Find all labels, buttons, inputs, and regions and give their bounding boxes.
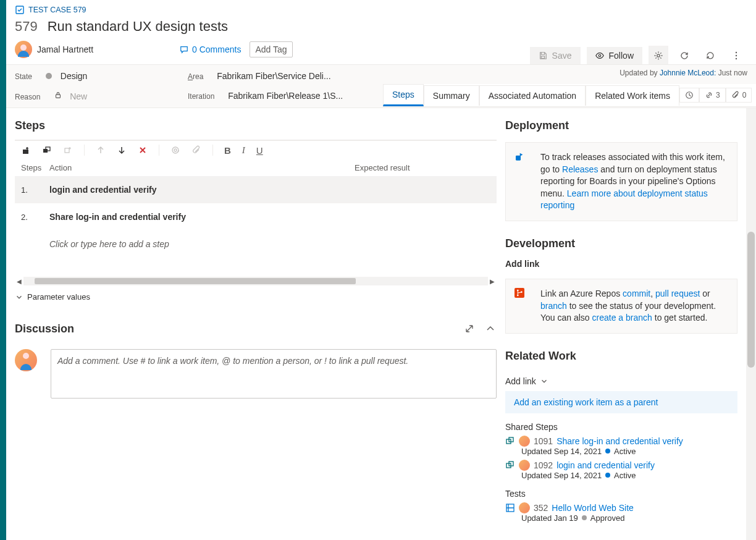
mini-avatar: [519, 436, 530, 447]
step-action[interactable]: Share log-in and credential verify: [49, 212, 355, 222]
history-badge[interactable]: [679, 88, 699, 103]
collapse-button[interactable]: [484, 323, 497, 337]
link-icon: [705, 91, 713, 99]
related-item[interactable]: 1092 login and credential verify Updated…: [505, 460, 737, 480]
deployment-info: To track releases associated with this w…: [505, 142, 737, 221]
comments-link[interactable]: 0 Comments: [180, 44, 241, 54]
underline-button[interactable]: U: [256, 145, 263, 156]
chevron-down-icon: [15, 293, 23, 302]
add-parent-link[interactable]: Add an existing work item as a parent: [514, 397, 658, 407]
steps-header: Steps Action Expected result: [15, 159, 497, 176]
tab-summary[interactable]: Summary: [424, 85, 479, 106]
svg-rect-0: [16, 6, 23, 14]
status-dot: [605, 449, 610, 454]
area-field[interactable]: Area Fabrikam Fiber\Service Deli...: [188, 71, 385, 81]
svg-point-2: [598, 54, 601, 57]
discussion-title: Discussion: [15, 323, 463, 335]
breadcrumb[interactable]: TEST CASE 579: [15, 5, 747, 15]
work-item-id: 579: [15, 19, 38, 35]
related-item-link[interactable]: Share log-in and credential verify: [556, 436, 683, 446]
create-branch-link[interactable]: create a branch: [592, 313, 652, 323]
work-item-title[interactable]: Run standard UX design tests: [48, 19, 228, 35]
related-item-link[interactable]: login and credential verify: [556, 460, 655, 470]
updated-by: Updated by Johnnie McLeod: Just now: [620, 69, 747, 77]
shared-step-icon: [505, 460, 515, 470]
follow-button[interactable]: Follow: [587, 47, 642, 64]
add-step-row[interactable]: Click or type here to add a step: [15, 230, 497, 258]
related-item-link[interactable]: Hello World Web Site: [552, 503, 634, 513]
development-add-link[interactable]: Add link: [505, 259, 737, 269]
add-tag-button[interactable]: Add Tag: [250, 41, 292, 57]
owner-avatar[interactable]: [15, 41, 32, 58]
state-field[interactable]: State Design: [15, 71, 188, 81]
comment-input[interactable]: Add a comment. Use # to link a work item…: [51, 349, 497, 399]
updated-by-name[interactable]: Johnnie McLeod:: [660, 69, 716, 77]
save-icon: [539, 51, 547, 60]
owner-name[interactable]: Jamal Hartnett: [37, 44, 93, 54]
steps-title: Steps: [15, 119, 497, 132]
svg-rect-12: [65, 148, 69, 153]
settings-button[interactable]: [649, 46, 668, 65]
paperclip-icon: [191, 145, 201, 155]
chevron-down-icon: [540, 377, 548, 386]
parameter-values-toggle[interactable]: Parameter values: [15, 292, 497, 302]
eye-icon: [595, 51, 604, 60]
svg-point-17: [517, 290, 519, 292]
step-action[interactable]: login and credential verify: [49, 185, 355, 195]
step-row[interactable]: 2. Share log-in and credential verify: [15, 203, 497, 230]
add-parent-bar[interactable]: Add an existing work item as a parent: [505, 391, 737, 413]
test-case-icon: [15, 5, 25, 15]
development-info: Link an Azure Repos commit, pull request…: [505, 279, 737, 334]
italic-button[interactable]: I: [242, 145, 245, 156]
svg-rect-9: [23, 150, 28, 154]
tabs: Steps Summary Associated Automation Rela…: [383, 84, 756, 107]
related-item[interactable]: 352 Hello World Web Site Updated Jan 19 …: [505, 502, 737, 523]
tab-automation[interactable]: Associated Automation: [479, 85, 586, 106]
svg-point-5: [736, 55, 737, 56]
branch-link[interactable]: branch: [540, 301, 567, 311]
comment-icon: [180, 45, 188, 54]
links-badge[interactable]: 3: [699, 88, 726, 103]
reason-field[interactable]: Reason New: [15, 91, 188, 101]
svg-rect-1: [541, 56, 544, 59]
add-link-dropdown[interactable]: Add link: [505, 376, 548, 386]
status-dot: [582, 515, 587, 520]
save-button[interactable]: Save: [530, 47, 581, 64]
save-label: Save: [552, 51, 572, 61]
svg-point-18: [517, 295, 519, 297]
move-down-button[interactable]: [117, 145, 127, 155]
steps-scrollbar[interactable]: ◀ ▶: [15, 276, 497, 286]
related-item[interactable]: 1091 Share log-in and credential verify …: [505, 436, 737, 456]
tab-related[interactable]: Related Work items: [586, 85, 679, 106]
tab-steps[interactable]: Steps: [383, 84, 424, 106]
more-actions-button[interactable]: [726, 46, 746, 65]
commit-link[interactable]: commit: [623, 289, 650, 298]
svg-point-4: [736, 52, 737, 53]
delete-x-icon: [138, 145, 148, 155]
step-row[interactable]: 1. login and credential verify: [15, 176, 497, 203]
state-dot: [46, 73, 52, 79]
insert-shared-step-button[interactable]: [42, 145, 52, 155]
undo-icon: [705, 51, 715, 61]
status-dot: [605, 473, 610, 478]
attachments-badge[interactable]: 0: [726, 88, 752, 103]
steps-toolbar: B I U: [15, 140, 497, 159]
undo-button[interactable]: [700, 46, 720, 65]
releases-link[interactable]: Releases: [562, 164, 598, 174]
iteration-field[interactable]: Iteration Fabrikam Fiber\Release 1\S...: [188, 91, 385, 101]
expand-button[interactable]: [463, 323, 476, 337]
insert-step-button[interactable]: [21, 145, 31, 155]
chevron-up-icon: [484, 323, 497, 335]
test-plan-icon: [505, 503, 515, 513]
refresh-button[interactable]: [674, 46, 694, 65]
shared-steps-header: Shared Steps: [505, 422, 737, 432]
kebab-icon: [731, 51, 741, 61]
deployment-icon: [514, 151, 532, 169]
bold-button[interactable]: B: [224, 145, 231, 156]
current-user-avatar: [15, 349, 37, 371]
branch-icon: [514, 288, 532, 305]
pr-link[interactable]: pull request: [655, 289, 700, 298]
vertical-scrollbar[interactable]: [746, 108, 756, 540]
delete-step-button[interactable]: [138, 145, 148, 155]
create-shared-button: [63, 145, 73, 155]
